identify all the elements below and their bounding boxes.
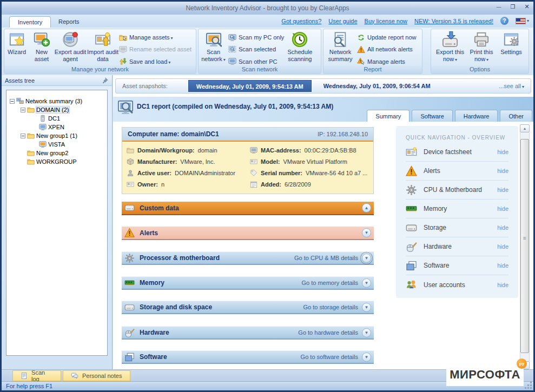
minimize-icon[interactable] (494, 3, 503, 10)
scan-selected-button[interactable]: Scan selected (228, 45, 284, 54)
manage-assets-button[interactable]: Manage assets (119, 33, 191, 42)
hide-link[interactable]: hide (497, 149, 508, 155)
see-all-link[interactable]: ...see all (499, 83, 524, 89)
buy-license-link[interactable]: Buy license now (365, 18, 408, 24)
new-asset-button[interactable]: New asset (29, 29, 54, 66)
vertical-scrollbar[interactable]: ▲ ▼ (520, 124, 530, 369)
hide-link[interactable]: hide (497, 243, 508, 250)
title-bar: Network Inventory Advisor - brought to y… (2, 2, 533, 15)
tree-item-workgroup[interactable]: WORKGROUP (6, 157, 107, 166)
tree-item-vista[interactable]: VISTA (6, 140, 107, 149)
network-summary-button[interactable]: Network summary (323, 29, 357, 66)
hide-link[interactable]: hide (497, 224, 508, 231)
snapshot-second-button[interactable]: Wednesday, July 01, 2009, 9:06:54 AM (318, 83, 436, 89)
section-software[interactable]: Software Go to software details (122, 350, 374, 364)
scan-log-tab[interactable]: Scan log (12, 370, 61, 381)
hide-link[interactable]: hide (497, 187, 508, 193)
collapse-icon[interactable] (10, 99, 15, 104)
section-hardware[interactable]: Hardware Go to hardware details (122, 326, 374, 340)
application-window: Network Inventory Advisor - brought to y… (0, 0, 535, 392)
manage-assets-icon (119, 34, 127, 42)
tree-item-domain[interactable]: DOMAIN (2) (6, 105, 107, 114)
schedule-scanning-icon (292, 31, 308, 48)
settings-button[interactable]: Settings (497, 29, 525, 66)
scroll-up-icon[interactable]: ▲ (520, 124, 530, 132)
new-version-link[interactable]: NEW: Version 3.5 is released! (414, 18, 493, 24)
section-alerts[interactable]: Alerts (122, 227, 374, 240)
update-report-button[interactable]: Update report now (357, 33, 417, 42)
scrollbar-track[interactable] (520, 132, 530, 361)
tab-other[interactable]: Other (500, 110, 532, 122)
scan-network-button[interactable]: Scan network (199, 29, 228, 66)
scan-other-pc-button[interactable]: Scan other PC (228, 57, 284, 66)
rename-selected-asset-button[interactable]: Rename selected asset (119, 45, 191, 54)
expand-section-button[interactable] (362, 328, 371, 337)
network-summary-icon (332, 31, 348, 48)
section-processor-motherboard[interactable]: Processor & motherboard Go to CPU & MB d… (122, 251, 374, 265)
expand-section-button[interactable] (362, 228, 371, 237)
got-questions-link[interactable]: Got questions? (281, 18, 321, 24)
tab-inventory[interactable]: Inventory (9, 16, 51, 28)
quick-nav-cpu-motherboard[interactable]: CPU & Motherboard hide (406, 181, 508, 200)
assets-tree: Network summary (3) DOMAIN (2) DC1 XPEN (6, 90, 108, 356)
collapse-section-button[interactable] (362, 203, 371, 212)
quick-nav-memory[interactable]: Memory hide (406, 200, 508, 218)
go-to-hardware-details-link[interactable]: Go to hardware details (298, 329, 358, 336)
snapshot-selected-button[interactable]: Wednesday, July 01, 2009, 9:54:13 AM (188, 80, 312, 92)
collapse-icon[interactable] (21, 134, 25, 138)
collapse-icon[interactable] (21, 108, 25, 112)
quick-nav-user-accounts[interactable]: User accounts hide (406, 275, 508, 294)
expand-section-button[interactable] (362, 254, 371, 263)
scrollbar-thumb[interactable] (520, 139, 529, 353)
all-network-alerts-button[interactable]: All network alerts (357, 45, 417, 54)
export-this-now-button[interactable]: Export this now (434, 29, 466, 66)
scan-other-pc-icon (228, 57, 236, 65)
expand-section-button[interactable] (362, 303, 371, 312)
help-icon[interactable]: ? (500, 17, 508, 25)
tree-item-dc1[interactable]: DC1 (6, 114, 107, 123)
tree-item-network-summary[interactable]: Network summary (3) (6, 97, 107, 105)
go-to-software-details-link[interactable]: Go to software details (301, 354, 358, 360)
export-audit-agent-button[interactable]: Export audit agent (54, 29, 87, 66)
group-report: Network summary Update report now All ne… (323, 29, 422, 74)
tree-item-new-group2[interactable]: New group2 (6, 149, 107, 157)
user-guide-link[interactable]: User guide (328, 18, 357, 24)
quick-nav-device-factsheet[interactable]: Device factsheet hide (406, 143, 508, 162)
top-links: Got questions? User guide Buy license no… (281, 17, 529, 25)
close-icon[interactable] (523, 3, 531, 10)
tab-summary[interactable]: Summary (367, 110, 409, 122)
scan-my-pc-button[interactable]: Scan my PC only (228, 33, 284, 42)
quick-nav-storage[interactable]: Storage hide (406, 218, 508, 237)
hide-link[interactable]: hide (497, 205, 508, 212)
section-custom-data[interactable]: Custom data (122, 202, 374, 215)
manage-alerts-button[interactable]: Manage alerts (357, 57, 417, 66)
tab-hardware[interactable]: Hardware (455, 110, 498, 122)
quick-nav-hardware[interactable]: Hardware hide (406, 237, 508, 256)
personal-notes-tab[interactable]: Personal notes (63, 370, 130, 381)
expand-section-button[interactable] (362, 353, 371, 362)
tab-software[interactable]: Software (412, 110, 452, 122)
quick-nav-alerts[interactable]: Alerts hide (406, 162, 508, 181)
go-to-cpu-details-link[interactable]: Go to CPU & MB details (294, 255, 358, 261)
go-to-storage-details-link[interactable]: Go to storage details (303, 304, 358, 310)
resize-grip[interactable] (525, 382, 532, 389)
tab-reports[interactable]: Reports (50, 16, 88, 28)
section-storage[interactable]: Storage and disk space Go to storage det… (122, 301, 374, 314)
go-to-memory-details-link[interactable]: Go to memory details (301, 280, 358, 286)
quick-nav-software[interactable]: Software hide (406, 256, 508, 275)
section-memory[interactable]: Memory Go to memory details (122, 276, 374, 290)
import-audit-data-button[interactable]: Import audit data (87, 29, 119, 66)
print-this-now-button[interactable]: Print this now (466, 29, 497, 66)
expand-section-button[interactable] (362, 278, 371, 288)
maximize-icon[interactable] (508, 3, 517, 10)
language-selector[interactable]: ▾ (516, 18, 529, 24)
schedule-scanning-button[interactable]: Schedule scanning (284, 29, 315, 66)
pin-icon[interactable] (101, 77, 109, 84)
wizard-button[interactable]: Wizard (4, 29, 29, 66)
hide-link[interactable]: hide (497, 168, 508, 174)
tree-item-new-group1[interactable]: New group1 (1) (6, 131, 107, 140)
hide-link[interactable]: hide (497, 282, 508, 288)
save-and-load-button[interactable]: Save and load (119, 57, 191, 66)
hide-link[interactable]: hide (497, 262, 508, 269)
tree-item-xpen[interactable]: XPEN (6, 123, 107, 131)
